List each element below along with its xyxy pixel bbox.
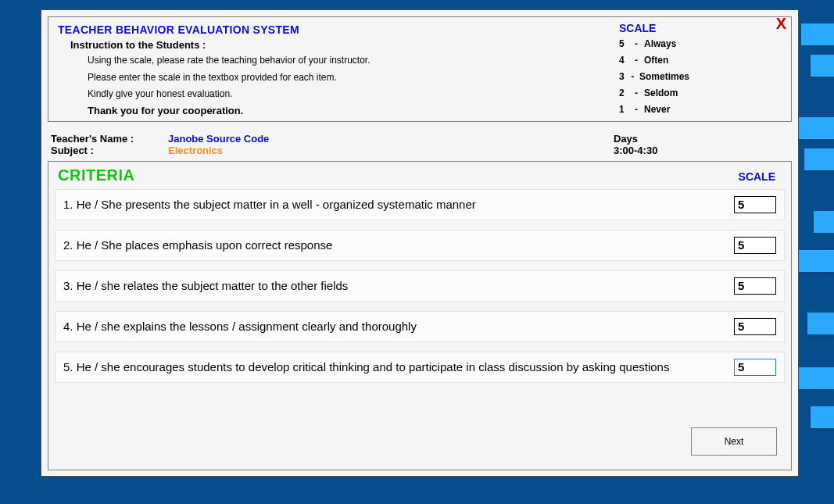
bg-stripe — [807, 313, 834, 334]
criteria-title: CRITERIA — [58, 166, 134, 184]
scale-label: Always — [644, 36, 676, 52]
header-panel: TEACHER BEHAVIOR EVALUATION SYSTEM X Ins… — [48, 16, 792, 122]
scale-num: 1 — [619, 102, 628, 118]
scale-label: Sometimes — [639, 69, 689, 85]
teacher-info-panel: Teacher's Name : Janobe Source Code Subj… — [48, 128, 792, 161]
scale-label: Often — [644, 52, 668, 69]
scale-input-3[interactable] — [734, 277, 776, 295]
scale-legend-row: 4 - Often — [619, 52, 689, 69]
scale-legend-title: SCALE — [619, 22, 689, 34]
scale-dash: - — [633, 85, 639, 102]
time-value: 3:00-4:30 — [614, 145, 782, 156]
criteria-question: 3. He / she relates the subject matter t… — [63, 279, 734, 292]
next-button[interactable]: Next — [691, 427, 777, 456]
scale-legend-row: 1 - Never — [619, 102, 689, 118]
scale-num: 5 — [619, 36, 628, 52]
scale-dash: - — [633, 102, 639, 118]
days-label: Days — [614, 133, 782, 145]
scale-input-5[interactable] — [734, 359, 776, 376]
evaluation-window: TEACHER BEHAVIOR EVALUATION SYSTEM X Ins… — [41, 9, 799, 477]
criteria-question: 4. He / she explains the lessons / assig… — [63, 320, 734, 333]
criteria-row: 4. He / she explains the lessons / assig… — [55, 311, 785, 342]
criteria-panel: CRITERIA SCALE 1. He / She presents the … — [48, 161, 792, 470]
bg-stripe — [814, 211, 834, 233]
bg-stripe — [801, 23, 834, 45]
scale-label: Never — [644, 102, 670, 118]
scale-input-2[interactable] — [734, 237, 776, 254]
teacher-name-value: Janobe Source Code — [168, 133, 269, 145]
subject-label: Subject : — [51, 145, 168, 156]
close-icon[interactable]: X — [776, 16, 786, 31]
bg-stripe — [793, 367, 834, 389]
scale-num: 3 — [619, 69, 625, 85]
bg-stripe — [811, 406, 834, 428]
scale-input-1[interactable] — [734, 196, 776, 213]
criteria-question: 2. He / She places emphasis upon correct… — [63, 238, 734, 252]
bg-stripe — [793, 117, 834, 139]
criteria-scale-heading: SCALE — [739, 170, 775, 183]
scale-legend: SCALE 5 - Always 4 - Often 3 - Sometimes — [619, 22, 689, 118]
criteria-row: 5. He / she encourages students to devel… — [55, 352, 785, 383]
bg-stripe — [796, 250, 834, 272]
criteria-row: 1. He / She presents the subject matter … — [55, 189, 785, 220]
scale-dash: - — [633, 36, 639, 52]
criteria-row: 3. He / she relates the subject matter t… — [55, 270, 785, 302]
criteria-question: 1. He / She presents the subject matter … — [63, 198, 734, 211]
scale-input-4[interactable] — [734, 318, 776, 335]
scale-legend-row: 3 - Sometimes — [619, 69, 689, 85]
subject-value: Electronics — [168, 145, 223, 156]
scale-num: 4 — [619, 52, 628, 69]
bg-stripe — [811, 55, 834, 77]
scale-dash: - — [630, 69, 635, 85]
scale-legend-row: 2 - Seldom — [619, 85, 689, 102]
scale-legend-row: 5 - Always — [619, 36, 689, 52]
criteria-row: 2. He / She places emphasis upon correct… — [55, 230, 785, 261]
bg-stripe — [804, 148, 834, 170]
teacher-name-label: Teacher's Name : — [51, 133, 168, 145]
scale-label: Seldom — [644, 85, 678, 102]
criteria-question: 5. He / she encourages students to devel… — [63, 360, 734, 374]
desktop-background: TEACHER BEHAVIOR EVALUATION SYSTEM X Ins… — [0, 0, 834, 504]
scale-dash: - — [633, 52, 639, 69]
scale-num: 2 — [619, 85, 628, 102]
